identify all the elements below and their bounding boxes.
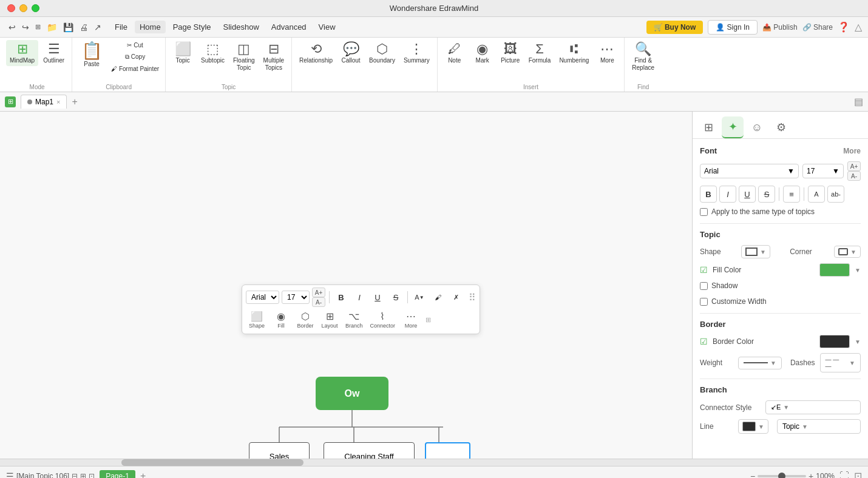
callout-button[interactable]: 💬 Callout — [337, 40, 364, 66]
child-node-cleaning-staff[interactable]: Cleaning Staff — [324, 442, 415, 459]
ft-eraser-button[interactable]: ✗ — [448, 289, 464, 305]
font-more-link[interactable]: More — [843, 147, 861, 155]
export-icon[interactable]: ↗ — [92, 21, 104, 33]
summary-button[interactable]: ⋮ Summary — [400, 40, 433, 66]
menu-file[interactable]: File — [110, 21, 132, 33]
panel-tab-emoji[interactable]: ☺ — [746, 116, 768, 138]
strikethrough-button[interactable]: S — [758, 186, 775, 203]
menu-advanced[interactable]: Advanced — [266, 21, 311, 33]
undo-button[interactable]: ↩ — [6, 21, 18, 33]
ft-strikethrough-button[interactable]: S — [388, 289, 404, 305]
formula-button[interactable]: Σ Formula — [525, 40, 555, 66]
line-topic-picker[interactable]: Topic ▼ — [777, 419, 861, 434]
publish-button[interactable]: 📤 Publish — [762, 23, 798, 32]
tab-map1[interactable]: Map1 × — [21, 95, 67, 109]
tab-close-button[interactable]: × — [56, 98, 60, 106]
shadow-checkbox[interactable] — [700, 282, 708, 290]
line-color-picker[interactable]: ▼ — [738, 419, 768, 434]
ft-italic-button[interactable]: I — [351, 289, 367, 305]
expand-icon[interactable]: ⊞ — [426, 316, 431, 324]
fill-color-swatch[interactable] — [819, 263, 850, 277]
panel-tab-style[interactable]: ⊞ — [697, 116, 719, 138]
menu-slideshow[interactable]: Slideshow — [219, 21, 264, 33]
font-name-select[interactable]: Arial ▼ — [700, 164, 799, 178]
connector-style-picker[interactable]: ↙E ▼ — [765, 400, 861, 414]
ft-branch-tool[interactable]: ⌥ Branch — [343, 309, 365, 330]
floating-topic-button[interactable]: ◫ FloatingTopic — [229, 40, 259, 74]
sign-in-button[interactable]: 👤 Sign In — [708, 20, 758, 35]
bold-button[interactable]: B — [700, 186, 717, 203]
more-insert-button[interactable]: ⋯ More — [594, 40, 620, 66]
menu-home[interactable]: Home — [135, 21, 166, 33]
border-color-dropdown[interactable]: ▼ — [855, 338, 861, 345]
share-button[interactable]: 🔗 Share — [802, 23, 833, 32]
ft-connector-tool[interactable]: ⌇ Connector — [368, 309, 398, 330]
page-tab[interactable]: Page-1 — [100, 470, 135, 479]
ft-font-select[interactable]: Arial — [246, 291, 279, 304]
underline-button[interactable]: U — [739, 186, 756, 203]
align-button[interactable]: ≡ — [783, 186, 800, 203]
relationship-button[interactable]: ⟲ Relationship — [296, 40, 336, 66]
redo-button[interactable]: ↪ — [19, 21, 32, 33]
page-add-button[interactable]: + — [140, 471, 146, 479]
panel-toggle-icon[interactable]: ▤ — [854, 96, 863, 107]
ft-more-tool[interactable]: ⋯ More — [400, 309, 422, 330]
ft-fill-tool[interactable]: ◉ Fill — [270, 309, 292, 330]
italic-button[interactable]: I — [719, 186, 736, 203]
scrollbar-thumb[interactable] — [121, 459, 303, 466]
font-color-button[interactable]: A — [808, 186, 825, 203]
root-node[interactable]: Ow — [316, 377, 388, 410]
ft-size-select[interactable]: 17 — [282, 291, 310, 304]
cut-button[interactable]: ✂ Cut — [109, 40, 161, 50]
subtopic-button[interactable]: ⬚ Subtopic — [197, 40, 228, 66]
window-icon[interactable]: ⊞ — [33, 22, 43, 32]
canvas[interactable]: Ow Sales Cleaning Staff Arial 17 A+ A — [0, 112, 692, 459]
tab-add-button[interactable]: + — [69, 96, 80, 107]
mark-button[interactable]: ◉ Mark — [469, 40, 496, 66]
menu-pagestyle[interactable]: Page Style — [168, 21, 216, 33]
expand-view-button[interactable]: ⛶ — [839, 471, 849, 479]
corner-picker[interactable]: ▼ — [834, 246, 861, 258]
buy-now-button[interactable]: 🛒 Buy Now — [646, 21, 704, 34]
font-size-select[interactable]: 17 ▼ — [802, 164, 844, 178]
sidebar-toggle-icon[interactable]: ☰ — [6, 471, 14, 479]
outliner-button[interactable]: ☰ Outliner — [39, 40, 68, 66]
topic-button[interactable]: ⬜ Topic — [169, 40, 196, 66]
minimize-button[interactable] — [19, 4, 27, 12]
print-icon[interactable]: 🖨 — [77, 21, 90, 33]
numbering-button[interactable]: ⑆ Numbering — [555, 40, 592, 66]
ft-font-color-button[interactable]: A▼ — [412, 289, 427, 305]
find-replace-button[interactable]: 🔍 Find &Replace — [628, 40, 658, 74]
ft-bold-button[interactable]: B — [333, 289, 349, 305]
border-color-swatch[interactable] — [819, 335, 850, 348]
format-painter-button[interactable]: 🖌 Format Painter — [109, 64, 161, 74]
child-node-sales[interactable]: Sales — [249, 442, 310, 459]
apply-same-checkbox[interactable] — [700, 208, 708, 216]
panel-font-dec-button[interactable]: A- — [847, 171, 861, 181]
layout-icon-3[interactable]: ⊡ — [89, 472, 95, 479]
dashes-picker[interactable]: — — — ▼ — [820, 353, 861, 372]
font-decrease-button[interactable]: A- — [312, 297, 325, 307]
zoom-slider[interactable] — [758, 475, 806, 477]
ft-layout-tool[interactable]: ⊞ Layout — [319, 309, 341, 330]
help-icon[interactable]: ❓ — [838, 21, 850, 33]
panel-tab-settings[interactable]: ⚙ — [770, 116, 792, 138]
weight-picker[interactable]: ▼ — [738, 357, 782, 369]
note-button[interactable]: 🖊 Note — [441, 40, 468, 66]
copy-button[interactable]: ⧉ Copy — [109, 52, 161, 62]
ft-highlight-button[interactable]: 🖌 — [430, 289, 446, 305]
font-highlight-button[interactable]: ab- — [827, 186, 844, 203]
layout-icon-2[interactable]: ⊞ — [80, 472, 86, 479]
zoom-out-button[interactable]: − — [750, 471, 755, 479]
window-controls[interactable] — [7, 4, 39, 12]
save-icon[interactable]: 💾 — [61, 21, 76, 33]
mindmap-button[interactable]: ⊞ MindMap — [6, 40, 38, 66]
boundary-button[interactable]: ⬡ Boundary — [365, 40, 399, 66]
ft-underline-button[interactable]: U — [370, 289, 385, 305]
child-node-selected[interactable] — [425, 442, 470, 459]
ft-border-tool[interactable]: ⬡ Border — [294, 309, 316, 330]
horizontal-scrollbar[interactable] — [0, 459, 868, 466]
multiple-topics-button[interactable]: ⊟ MultipleTopics — [260, 40, 288, 74]
folder-icon[interactable]: 📁 — [44, 21, 59, 33]
panel-font-inc-button[interactable]: A+ — [847, 161, 861, 171]
